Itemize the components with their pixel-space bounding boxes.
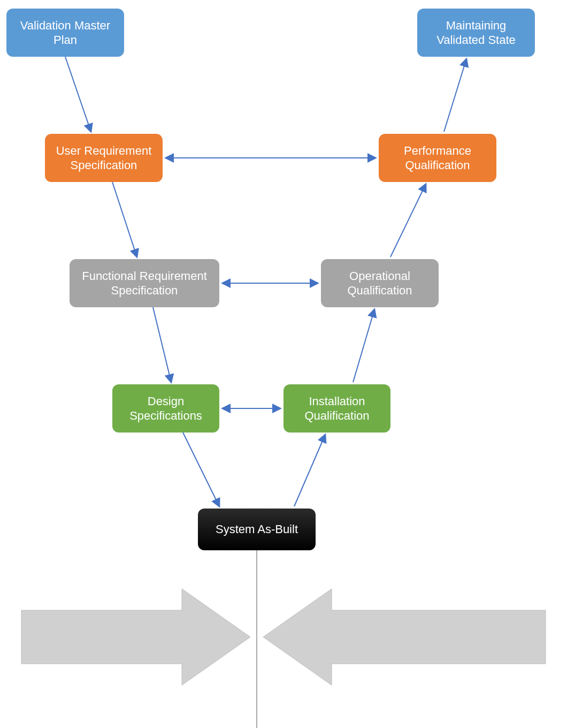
box-label: System As-Built [216, 522, 298, 537]
box-maintaining-validated-state: MaintainingValidated State [417, 9, 535, 57]
arrow-built-to-iq [294, 435, 325, 506]
box-label: PerformanceQualification [404, 143, 471, 173]
diagram-connectors [0, 0, 567, 728]
box-functional-requirement-spec: Functional RequirementSpecification [70, 259, 219, 307]
box-performance-qualification: PerformanceQualification [379, 134, 496, 182]
box-label: OperationalQualification [347, 269, 412, 298]
box-label: Functional RequirementSpecification [82, 269, 207, 298]
box-label: DesignSpecifications [129, 394, 202, 423]
results-label: RESULTS [372, 625, 475, 648]
box-system-as-built: System As-Built [198, 509, 316, 550]
arrow-frs-to-ds [153, 307, 171, 382]
box-label: Validation MasterPlan [20, 18, 110, 48]
arrow-oq-to-pq [390, 184, 426, 257]
box-validation-master-plan: Validation MasterPlan [6, 9, 124, 57]
box-design-specifications: DesignSpecifications [112, 384, 219, 433]
plan-label: PLAN [83, 625, 142, 648]
box-label: MaintainingValidated State [436, 18, 516, 48]
arrow-ds-to-built [183, 433, 219, 506]
arrow-urs-to-frs [112, 182, 137, 257]
box-user-requirement-spec: User RequirementSpecification [45, 134, 163, 182]
box-installation-qualification: InstallationQualification [284, 384, 390, 433]
box-operational-qualification: OperationalQualification [321, 259, 439, 307]
arrow-iq-to-oq [353, 309, 374, 382]
arrow-vmp-to-urs [65, 57, 91, 132]
box-label: InstallationQualification [304, 394, 369, 423]
arrow-pq-to-mvs [444, 59, 466, 132]
box-label: User RequirementSpecification [56, 143, 152, 173]
